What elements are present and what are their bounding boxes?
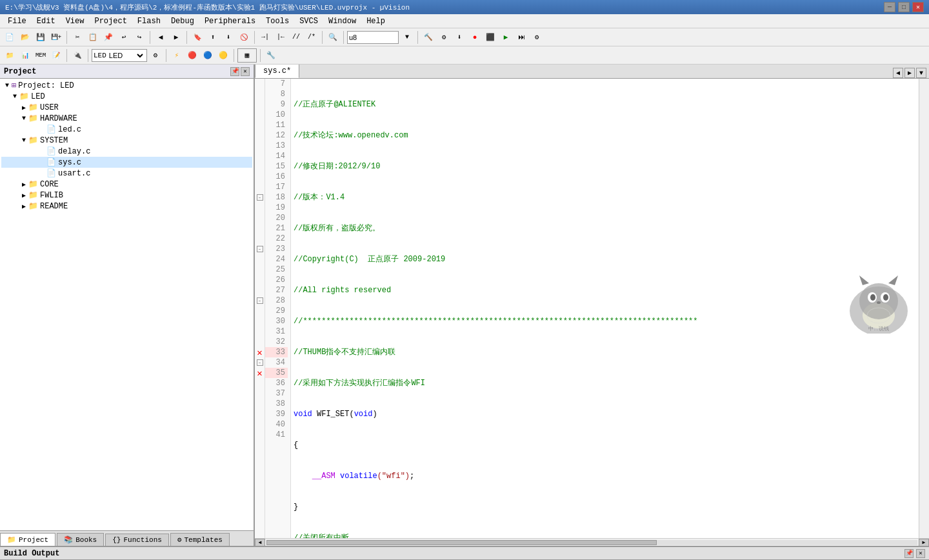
flash1-button[interactable]: ⚡ [170, 48, 184, 63]
rebuild-button[interactable]: ⚙ [437, 30, 451, 45]
flash4-button[interactable]: 🟡 [216, 48, 230, 63]
core-label: CORE [40, 180, 59, 189]
step-button[interactable]: ⏭ [514, 30, 528, 45]
run-button[interactable]: ▶ [499, 30, 513, 45]
stop-button[interactable]: ⬛ [483, 30, 497, 45]
project-win-button[interactable]: 📁 [3, 48, 17, 63]
fold-28[interactable]: - [257, 297, 263, 304]
project-pin-button[interactable]: 📌 [230, 67, 239, 76]
tab-project[interactable]: 📁 Project [0, 533, 55, 546]
scroll-thumb-h[interactable] [266, 540, 657, 545]
open-device-button[interactable]: 🔌 [70, 48, 85, 63]
download-button[interactable]: ⬇ [452, 30, 466, 45]
tree-hardware[interactable]: ▼ 📁 HARDWARE [1, 113, 252, 124]
scroll-left-button[interactable]: ◀ [255, 539, 265, 546]
paste-button[interactable]: 📌 [101, 30, 115, 45]
err-39 [255, 409, 265, 419]
horizontal-scrollbar[interactable]: ◀ ▶ [255, 538, 929, 546]
target-settings-button[interactable]: ▼ [400, 30, 414, 45]
menu-flash[interactable]: Flash [132, 15, 166, 27]
project-close-button[interactable]: ✕ [241, 67, 250, 76]
menu-window[interactable]: Window [323, 15, 361, 27]
monitor-button[interactable]: ▦ [237, 48, 257, 63]
bookmark-next-button[interactable]: ⬇ [221, 30, 235, 45]
fold-18[interactable]: - [257, 194, 263, 201]
build-pin-button[interactable]: 📌 [904, 549, 914, 558]
options-button[interactable]: ⚙ [530, 30, 544, 45]
tree-delay-c[interactable]: 📄 delay.c [1, 146, 252, 157]
target-combo[interactable] [347, 31, 399, 44]
editor-tab-sys-c[interactable]: sys.c* [255, 65, 299, 78]
build-button[interactable]: 🔨 [421, 30, 435, 45]
save-all-button[interactable]: 💾+ [49, 30, 63, 45]
find-button[interactable]: 🔍 [326, 30, 340, 45]
nav-back-button[interactable]: ◀ [154, 30, 168, 45]
fold-34[interactable]: - [257, 359, 263, 366]
cut-button[interactable]: ✂ [70, 30, 85, 45]
tree-fwlib[interactable]: ▶ 📁 FWLIB [1, 190, 252, 201]
led-combo-container: LED LED [92, 49, 147, 62]
save-button[interactable]: 💾 [34, 30, 48, 45]
wrench-button[interactable]: 🔧 [264, 48, 278, 63]
tab-prev-button[interactable]: ◀ [893, 68, 903, 78]
right-scrollbar[interactable] [919, 79, 929, 538]
fold-23[interactable]: - [257, 246, 263, 252]
maximize-button[interactable]: □ [898, 2, 910, 12]
scroll-right-button[interactable]: ▶ [919, 539, 929, 546]
build-close-button[interactable]: ✕ [916, 549, 925, 558]
indent-button[interactable]: →| [258, 30, 272, 45]
redo-button[interactable]: ↪ [132, 30, 146, 45]
menu-view[interactable]: View [61, 15, 90, 27]
menu-project[interactable]: Project [89, 15, 132, 27]
flash2-button[interactable]: 🔴 [185, 48, 199, 63]
uncomment-button[interactable]: /* [305, 30, 319, 45]
new-file-button[interactable]: 📄 [3, 30, 17, 45]
open-file-button[interactable]: 📂 [18, 30, 32, 45]
flash3-button[interactable]: 🔵 [201, 48, 215, 63]
bookmark-button[interactable]: 🔖 [190, 30, 205, 45]
error-marker-35: ✕ [257, 368, 262, 379]
bookmark-prev-button[interactable]: ⬆ [206, 30, 220, 45]
tree-sys-c[interactable]: 📄 sys.c [1, 157, 252, 168]
minimize-button[interactable]: ─ [884, 2, 895, 12]
close-button[interactable]: ✕ [912, 2, 924, 12]
tree-root[interactable]: ▼ ⊞ Project: LED [1, 80, 252, 91]
comment-button[interactable]: // [289, 30, 303, 45]
lnum-37: 37 [265, 388, 288, 399]
menu-edit[interactable]: Edit [32, 15, 61, 27]
tree-led-c[interactable]: 📄 led.c [1, 124, 252, 135]
err-30 [255, 316, 265, 326]
menu-svcs[interactable]: SVCS [294, 15, 323, 27]
tab-functions[interactable]: {} Functions [105, 534, 169, 546]
tab-project-label: Project [19, 536, 48, 544]
tree-core[interactable]: ▶ 📁 CORE [1, 179, 252, 190]
menu-help[interactable]: Help [361, 15, 390, 27]
nav-forward-button[interactable]: ▶ [169, 30, 183, 45]
debug-button[interactable]: ● [468, 30, 482, 45]
bookmark-clear-button[interactable]: 🚫 [237, 30, 251, 45]
menu-debug[interactable]: Debug [166, 15, 199, 27]
tab-templates[interactable]: ⚙ Templates [170, 533, 230, 546]
menu-peripherals[interactable]: Peripherals [199, 15, 261, 27]
menu-file[interactable]: File [3, 15, 32, 27]
undo-button[interactable]: ↩ [117, 30, 131, 45]
tab-next-button[interactable]: ▶ [904, 68, 915, 78]
configure-button[interactable]: ⚙ [148, 48, 163, 63]
led-select[interactable]: LED [106, 51, 145, 60]
code-button[interactable]: 📝 [49, 48, 63, 63]
tab-books[interactable]: 📚 Books [57, 533, 104, 546]
copy-button[interactable]: 📋 [86, 30, 100, 45]
tree-led[interactable]: ▼ 📁 LED [1, 91, 252, 102]
code-content-area[interactable]: //正点原子@ALIENTEK //技术论坛:www.openedv.com /… [291, 79, 919, 538]
unindent-button[interactable]: |← [274, 30, 288, 45]
tab-menu-button[interactable]: ▼ [916, 68, 926, 78]
tree-usart-c[interactable]: 📄 usart.c [1, 168, 252, 179]
delay-c-label: delay.c [58, 147, 90, 156]
code-text-16: //采用如下方法实现执行汇编指令WFI [294, 378, 425, 388]
menu-tools[interactable]: Tools [261, 15, 294, 27]
tree-user[interactable]: ▶ 📁 USER [1, 102, 252, 113]
regs-button[interactable]: 📊 [18, 48, 32, 63]
tree-readme[interactable]: ▶ 📁 README [1, 201, 252, 212]
mem-button[interactable]: MEM [34, 48, 48, 63]
tree-system[interactable]: ▼ 📁 SYSTEM [1, 135, 252, 146]
